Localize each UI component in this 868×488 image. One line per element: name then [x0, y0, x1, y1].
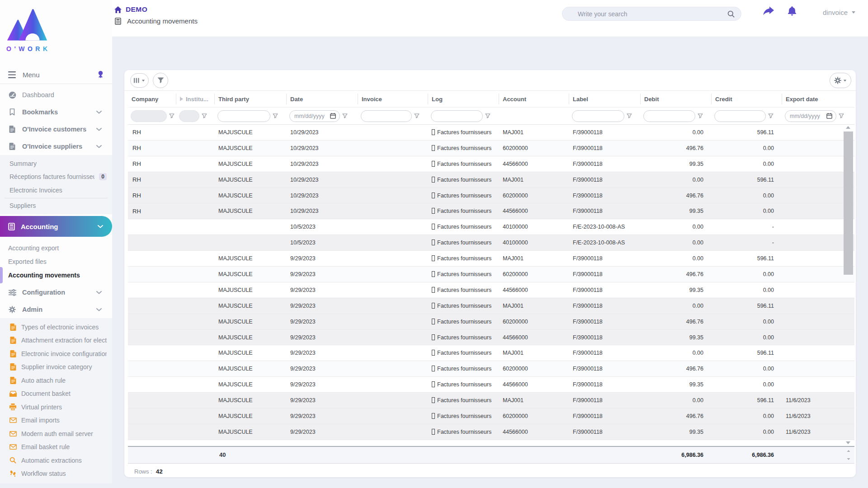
sidebar-item-label: Document basket: [21, 390, 107, 397]
sidebar-item-automatic-extractions[interactable]: Automatic extractions: [0, 454, 112, 467]
log-type-icon: [432, 303, 435, 309]
table-row[interactable]: RHMAJUSCULE10/29/2023Factures fournisseu…: [128, 141, 854, 156]
sidebar-item-types-of-electronic-invoices[interactable]: Types of electronic invoices: [0, 320, 112, 334]
column-header-debit[interactable]: Debit: [641, 94, 712, 104]
sidebar-item-summary[interactable]: Summary: [0, 157, 112, 170]
cell-log: Factures fournisseurs: [428, 161, 499, 167]
column-header-export_date[interactable]: Export date: [782, 94, 854, 104]
filter-date-input-export_date[interactable]: mm/dd/yyyy: [785, 110, 836, 122]
sidebar-item-o-invoice-customers[interactable]: O'Invoice customers: [0, 121, 112, 138]
table-row[interactable]: MAJUSCULE9/29/2023Factures fournisseurs4…: [128, 330, 854, 346]
table-row[interactable]: 10/5/2023Factures fournisseurs40100000F/…: [128, 235, 854, 251]
table-row[interactable]: MAJUSCULE9/29/2023Factures fournisseursM…: [128, 393, 854, 408]
search-icon[interactable]: [727, 10, 735, 18]
funnel-icon: [169, 113, 175, 118]
scroll-up-icon[interactable]: [846, 126, 850, 129]
vertical-scrollbar[interactable]: [844, 125, 854, 440]
filter-date-input-date[interactable]: mm/dd/yyyy: [289, 110, 340, 122]
pin-icon[interactable]: [97, 71, 104, 78]
sidebar-item-o-invoice-suppliers[interactable]: O'Invoice suppliers: [0, 138, 112, 155]
sidebar-item-attachment-extraction-for-electron[interactable]: Attachment extraction for electron: [0, 334, 112, 347]
sidebar-item-workflow-status[interactable]: Workflow status: [0, 467, 112, 481]
sidebar-item-admin[interactable]: Admin: [0, 301, 112, 318]
expand-group-icon[interactable]: [180, 97, 183, 101]
sidebar-item-email-basket-rule[interactable]: Email basket rule: [0, 441, 112, 454]
column-header-log[interactable]: Log: [428, 94, 499, 104]
sidebar-item-supplier-invoice-category[interactable]: Supplier invoice category: [0, 361, 112, 374]
log-type-icon: [432, 413, 435, 419]
table-row[interactable]: MAJUSCULE9/29/2023Factures fournisseurs6…: [128, 314, 854, 330]
table-row[interactable]: MAJUSCULE9/29/2023Factures fournisseursM…: [128, 345, 854, 361]
filter-input-invoice[interactable]: [361, 110, 412, 122]
sidebar-item-label: Réceptions factures fournisseurs: [9, 173, 94, 180]
table-row[interactable]: 10/5/2023Factures fournisseurs40100000F/…: [128, 219, 854, 235]
breadcrumb[interactable]: DEMO: [114, 5, 147, 14]
sidebar-item-bookmarks[interactable]: Bookmarks: [0, 103, 112, 121]
column-header-account[interactable]: Account: [499, 94, 569, 104]
filter-button[interactable]: [153, 73, 168, 88]
filter-input-label[interactable]: [572, 110, 624, 122]
table-row[interactable]: RHMAJUSCULE10/29/2023Factures fournisseu…: [128, 203, 854, 219]
sidebar-item-dashboard[interactable]: Dashboard: [0, 86, 112, 103]
table-row[interactable]: MAJUSCULE9/29/2023Factures fournisseurs6…: [128, 361, 854, 377]
sidebar-item-modern-auth-email-server[interactable]: Modern auth email server: [0, 427, 112, 441]
column-header-company[interactable]: Company: [128, 94, 176, 104]
sidebar-item-virtual-printers[interactable]: Virtual printers: [0, 400, 112, 414]
log-type-icon: [432, 429, 435, 435]
share-icon[interactable]: [763, 6, 774, 15]
column-chooser-button[interactable]: [130, 73, 149, 88]
table-row[interactable]: MAJUSCULE9/29/2023Factures fournisseurs6…: [128, 408, 854, 424]
user-menu[interactable]: dinvoice: [823, 9, 855, 16]
scrollbar-thumb[interactable]: [844, 131, 853, 275]
table-row[interactable]: MAJUSCULE9/29/2023Factures fournisseursM…: [128, 298, 854, 314]
filter-input-credit[interactable]: [714, 110, 766, 122]
sidebar-item-electronic-invoice-configuration[interactable]: Electronic invoice configuration: [0, 347, 112, 361]
sidebar-item-accounting-movements[interactable]: Accounting movements: [0, 268, 112, 282]
sidebar-item-exported-files[interactable]: Exported files: [0, 255, 112, 268]
scroll-down-icon[interactable]: [846, 441, 850, 444]
sidebar-item-electronic-invoices[interactable]: Electronic Invoices: [0, 183, 112, 197]
table-row[interactable]: RHMAJUSCULE10/29/2023Factures fournisseu…: [128, 125, 854, 141]
table-settings-button[interactable]: [830, 73, 851, 88]
table-row[interactable]: MAJUSCULE9/29/2023Factures fournisseurs4…: [128, 377, 854, 393]
sidebar-item-suppliers[interactable]: Suppliers: [0, 199, 112, 213]
filter-input-third_party[interactable]: [217, 110, 270, 122]
hamburger-icon[interactable]: [8, 71, 16, 78]
column-label: Institu...: [186, 96, 208, 103]
table-row[interactable]: RHMAJUSCULE10/29/2023Factures fournisseu…: [128, 156, 854, 172]
filter-input-log[interactable]: [431, 110, 483, 122]
cell-credit: 596.11: [712, 177, 782, 183]
table-row[interactable]: MAJUSCULE9/29/2023Factures fournisseurs4…: [128, 424, 854, 440]
sidebar-item-r-ceptions-factures-fournisseurs[interactable]: Réceptions factures fournisseurs0: [0, 170, 112, 184]
doc-icon: [9, 324, 17, 331]
sidebar-menu-toggle[interactable]: Menu: [0, 66, 112, 84]
sidebar-item-accounting-export[interactable]: Accounting export: [0, 241, 112, 255]
column-header-institution[interactable]: Institu...: [176, 94, 215, 104]
column-header-credit[interactable]: Credit: [712, 94, 782, 104]
table-row[interactable]: RHMAJUSCULE10/29/2023Factures fournisseu…: [128, 188, 854, 204]
table-row[interactable]: MAJUSCULE9/29/2023Factures fournisseurs6…: [128, 267, 854, 282]
doc-icon: [8, 143, 16, 150]
sidebar-item-configuration[interactable]: Configuration: [0, 284, 112, 301]
table-row[interactable]: MAJUSCULE9/29/2023Factures fournisseursM…: [128, 251, 854, 267]
sidebar-item-accounting[interactable]: Accounting: [0, 216, 112, 237]
column-header-third_party[interactable]: Third party: [215, 94, 287, 104]
cell-third_party: MAJUSCULE: [215, 429, 287, 435]
table-row[interactable]: RHMAJUSCULE10/29/2023Factures fournisseu…: [128, 172, 854, 188]
cell-debit: 99.35: [641, 334, 712, 341]
top-header: DEMO Accounting movements dinvoice: [112, 0, 868, 37]
sidebar-item-auto-attach-rule[interactable]: Auto attach rule: [0, 374, 112, 387]
column-header-invoice[interactable]: Invoice: [358, 94, 428, 104]
sidebar-item-email-imports[interactable]: Email imports: [0, 414, 112, 427]
search-input[interactable]: [577, 10, 727, 18]
breadcrumb-label: DEMO: [126, 5, 147, 14]
filter-input-debit[interactable]: [643, 110, 695, 122]
column-header-label[interactable]: Label: [569, 94, 641, 104]
bell-icon[interactable]: [788, 6, 797, 16]
column-header-date[interactable]: Date: [287, 94, 358, 104]
footer-scroll-down-icon[interactable]: [847, 458, 850, 460]
horizontal-scrollbar[interactable]: [128, 440, 854, 446]
sidebar-item-document-basket[interactable]: Document basket: [0, 387, 112, 401]
footer-scroll-up-icon[interactable]: [847, 450, 850, 452]
table-row[interactable]: MAJUSCULE9/29/2023Factures fournisseurs4…: [128, 282, 854, 298]
